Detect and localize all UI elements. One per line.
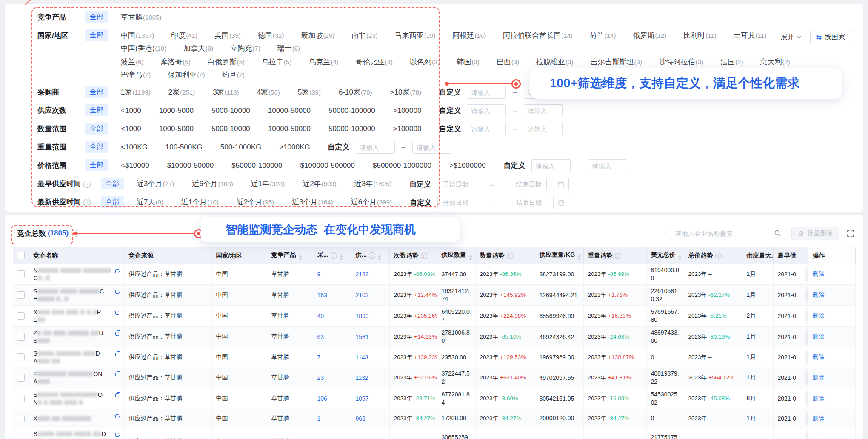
- filter-option[interactable]: 印度(41): [171, 29, 197, 42]
- filter-option[interactable]: 近6个月(399): [351, 196, 392, 209]
- sort-icon[interactable]: [678, 255, 682, 260]
- copy-icon[interactable]: [115, 267, 121, 273]
- row-checkbox[interactable]: [17, 374, 25, 382]
- sort-desc-caret[interactable]: [378, 258, 381, 260]
- filter-option[interactable]: 拉脱维亚(3): [536, 56, 573, 69]
- copy-icon[interactable]: [115, 392, 121, 398]
- filter-option[interactable]: >$1000000: [449, 159, 486, 172]
- custom-label[interactable]: 自定义: [439, 104, 461, 117]
- supply-count-link[interactable]: 962: [356, 415, 365, 422]
- filter-all-chip[interactable]: 全部: [85, 104, 108, 116]
- filter-option[interactable]: 10000-50000: [268, 104, 311, 117]
- sort-icon[interactable]: [577, 255, 581, 260]
- range-max-input[interactable]: [524, 123, 563, 135]
- range-min-input[interactable]: [531, 159, 571, 172]
- row-checkbox[interactable]: [17, 333, 25, 341]
- range-min-input[interactable]: [467, 123, 506, 135]
- copy-icon[interactable]: [115, 309, 121, 315]
- buyer-count-link[interactable]: 40: [317, 313, 324, 319]
- filter-option[interactable]: 荷兰(14): [590, 29, 616, 42]
- sort-asc-caret[interactable]: [469, 255, 472, 257]
- date-range-input[interactable]: 开始日期→结束日期: [437, 178, 547, 191]
- filter-option[interactable]: 5000-10000: [211, 104, 250, 117]
- range-max-input[interactable]: [524, 104, 563, 117]
- filter-option[interactable]: >100000: [393, 123, 422, 135]
- filter-option[interactable]: 近2年(903): [303, 178, 337, 190]
- filter-option[interactable]: 阿拉伯联合酋长国(14): [503, 29, 573, 42]
- buyer-count-link[interactable]: 63: [317, 333, 324, 340]
- filter-all-chip[interactable]: 全部: [85, 123, 108, 135]
- filter-option[interactable]: 马来西亚(19): [395, 29, 436, 42]
- delete-link[interactable]: 删除: [813, 291, 825, 298]
- sort-icon[interactable]: [340, 255, 343, 260]
- delete-link[interactable]: 删除: [813, 333, 825, 340]
- range-max-input[interactable]: [588, 159, 627, 172]
- filter-option[interactable]: >100000: [393, 104, 422, 117]
- sort-asc-caret[interactable]: [299, 255, 302, 257]
- col-header-8[interactable]: 供应数量: [437, 247, 475, 264]
- buyer-count-link[interactable]: 9: [317, 271, 321, 278]
- buyer-count-link[interactable]: 106: [317, 395, 327, 402]
- filter-option[interactable]: 近3年(1605): [354, 178, 392, 190]
- filter-all-chip[interactable]: 全部: [85, 159, 108, 171]
- row-checkbox[interactable]: [17, 270, 25, 278]
- filter-option[interactable]: 法国(2): [720, 56, 743, 69]
- filter-option[interactable]: 摩洛哥(5): [160, 56, 190, 69]
- row-checkbox[interactable]: [17, 312, 25, 320]
- filter-option[interactable]: 近7天(0): [137, 196, 163, 209]
- filter-option[interactable]: 50000-100000: [328, 123, 375, 135]
- supply-count-link[interactable]: 1581: [356, 333, 369, 340]
- custom-label[interactable]: 自定义: [504, 159, 525, 172]
- filter-option[interactable]: $500000-1000000: [373, 159, 431, 172]
- custom-label[interactable]: 自定义: [439, 123, 461, 135]
- row-checkbox[interactable]: [17, 353, 25, 361]
- filter-all-chip[interactable]: 全部: [85, 11, 108, 23]
- supply-count-link[interactable]: 2103: [356, 292, 369, 298]
- search-input[interactable]: [670, 227, 785, 240]
- filter-option[interactable]: 俄罗斯(12): [633, 29, 667, 42]
- filter-option[interactable]: <$10000: [121, 159, 149, 172]
- filter-option[interactable]: 新加坡(25): [301, 29, 334, 42]
- filter-option[interactable]: 乌拉圭(5): [262, 56, 291, 69]
- filter-option[interactable]: 1000-5000: [159, 123, 194, 135]
- range-min-input[interactable]: [467, 86, 506, 99]
- delete-link[interactable]: 删除: [813, 415, 825, 422]
- delete-link[interactable]: 删除: [813, 312, 825, 319]
- filter-option[interactable]: 3家(113): [213, 86, 239, 99]
- filter-option[interactable]: 中国(香港)(10): [121, 42, 166, 55]
- sort-desc-caret[interactable]: [340, 258, 343, 260]
- sort-asc-caret[interactable]: [378, 255, 381, 257]
- sort-icon[interactable]: [378, 255, 381, 260]
- filter-option[interactable]: 2家(251): [168, 86, 195, 99]
- search-icon[interactable]: [774, 230, 781, 238]
- delete-link[interactable]: 删除: [813, 395, 825, 402]
- filter-option[interactable]: 近2个月(95): [237, 196, 274, 209]
- filter-option[interactable]: 6-10家(70): [339, 86, 372, 99]
- buyer-count-link[interactable]: 23: [317, 374, 324, 381]
- row-checkbox[interactable]: [17, 395, 25, 402]
- copy-icon[interactable]: [115, 371, 121, 377]
- filter-option[interactable]: 500-1000KG: [220, 141, 261, 154]
- filter-option[interactable]: 50000-100000: [328, 104, 375, 117]
- filter-option[interactable]: <100KG: [121, 141, 148, 154]
- filter-all-chip[interactable]: 全部: [101, 196, 124, 208]
- filter-option[interactable]: >10家(78): [390, 86, 422, 99]
- filter-option[interactable]: 以色列(3): [410, 56, 440, 69]
- filter-option[interactable]: $10000-50000: [167, 159, 214, 172]
- filter-option[interactable]: 近1个月(10): [181, 196, 219, 209]
- filter-option[interactable]: 德国(32): [258, 29, 284, 42]
- calendar-icon[interactable]: [553, 178, 569, 191]
- filter-all-chip[interactable]: 全部: [85, 29, 108, 41]
- fullscreen-icon[interactable]: [847, 230, 854, 237]
- delete-link[interactable]: 删除: [813, 270, 825, 277]
- filter-option[interactable]: 加拿大(9): [183, 42, 213, 55]
- date-range-input[interactable]: 开始日期→结束日期: [437, 196, 547, 209]
- filter-option[interactable]: 美国(39): [214, 29, 241, 42]
- filter-all-chip[interactable]: 全部: [85, 141, 108, 153]
- expand-toggle[interactable]: 展开: [781, 33, 802, 42]
- col-header-6[interactable]: 供...i: [351, 247, 389, 264]
- range-min-input[interactable]: [356, 141, 395, 154]
- custom-label[interactable]: 自定义: [409, 178, 431, 191]
- by-country-button[interactable]: ⇆ 按国家: [810, 30, 851, 44]
- copy-icon[interactable]: [115, 351, 121, 357]
